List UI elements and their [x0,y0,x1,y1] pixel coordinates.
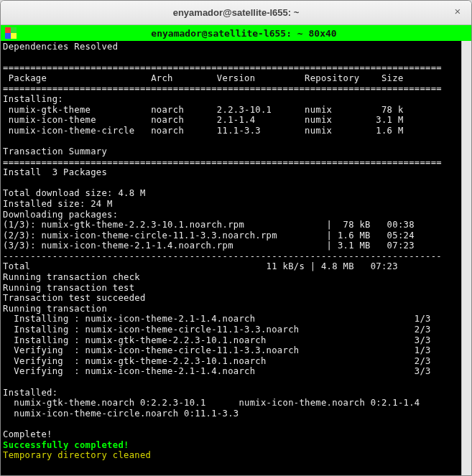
tmpdir-line: Temporary directory cleaned [3,450,151,460]
line: Installing : numix-icon-theme-circle-11.… [3,325,431,335]
line: Running transaction check [3,272,140,282]
success-line: Successfully completed! [3,440,129,450]
tab-bar: enyamador@satellite-l655: ~ 80x40 [1,25,471,41]
line: ========================================… [3,83,442,93]
line: (3/3): numix-icon-theme-2.1-1.4.noarch.r… [3,241,415,251]
terminal-window: enyamador@satellite-l655: ~ × enyamador@… [0,0,472,476]
app-icon [5,27,17,39]
line: Total download size: 4.8 M [3,188,146,198]
line: Installed size: 24 M [3,199,113,209]
line: ========================================… [3,62,442,73]
line: numix-gtk-theme noarch 2.2.3-10.1 numix … [3,105,404,115]
line: Complete! [3,429,52,439]
line: Running transaction [3,304,107,314]
line: numix-icon-theme noarch 2.1-1.4 numix 3.… [3,115,404,125]
line: Verifying : numix-icon-theme-circle-11.1… [3,345,431,355]
line: (1/3): numix-gtk-theme-2.2.3-10.1.noarch… [3,220,415,230]
terminal-wrap: Dependencies Resolved ==================… [1,41,471,475]
line: Dependencies Resolved [3,42,118,52]
scrollbar[interactable] [461,41,471,475]
line: Transaction Summary [3,146,107,157]
line: Package Arch Version Repository Size [3,73,404,83]
tab-title: enyamador@satellite-l655: ~ 80x40 [17,28,471,39]
line: Total 11 kB/s | 4.8 MB 07:23 [3,261,398,271]
line: Transaction test succeeded [3,293,146,303]
line: Running transaction test [3,283,134,293]
line: Downloading packages: [3,210,118,220]
line: Installing: [3,94,63,104]
line: Installing : numix-gtk-theme-2.2.3-10.1.… [3,335,431,345]
titlebar[interactable]: enyamador@satellite-l655: ~ × [1,1,471,25]
terminal-output[interactable]: Dependencies Resolved ==================… [1,41,461,475]
line: Installed: [3,388,57,398]
line: numix-icon-theme-circle noarch 11.1-3.3 … [3,126,404,136]
line: numix-icon-theme-circle.noarch 0:11.1-3.… [3,409,239,419]
line: ========================================… [3,157,442,167]
line: Verifying : numix-icon-theme-2.1-1.4.noa… [3,366,431,376]
line: Install 3 Packages [3,167,107,177]
close-icon[interactable]: × [451,6,464,19]
line: numix-gtk-theme.noarch 0:2.2.3-10.1 numi… [3,398,420,408]
line: Verifying : numix-gtk-theme-2.2.3-10.1.n… [3,356,431,366]
line: (2/3): numix-icon-theme-circle-11.1-3.3.… [3,230,415,241]
line: Installing : numix-icon-theme-2.1-1.4.no… [3,314,431,324]
line: ----------------------------------------… [3,251,442,261]
window-title: enyamador@satellite-l655: ~ [173,7,300,18]
